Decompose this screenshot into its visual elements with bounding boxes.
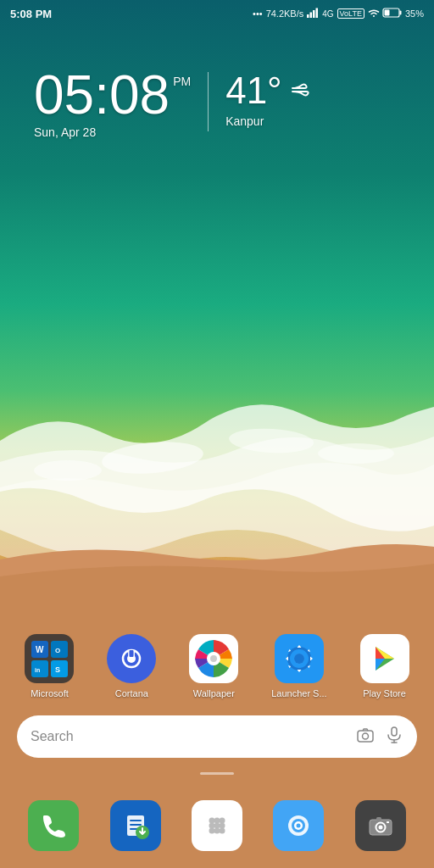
launcher-label: Launcher S... — [271, 688, 326, 698]
weather-temp: 41° — [225, 72, 316, 109]
dock-messages-icon[interactable] — [273, 800, 324, 851]
svg-text:S: S — [55, 665, 60, 674]
search-placeholder: Search — [31, 729, 348, 744]
temperature-value: 41° — [225, 72, 282, 109]
wind-icon — [289, 76, 316, 109]
microsoft-label: Microsoft — [31, 688, 69, 698]
linkedin-icon: in — [31, 660, 48, 677]
svg-text:W: W — [36, 645, 44, 654]
status-time: 5:08 PM — [10, 8, 52, 20]
volte-icon: VoLTE — [337, 8, 364, 19]
signal-icon — [307, 8, 319, 19]
svg-rect-35 — [392, 727, 397, 736]
app-item-wallpaper[interactable]: Wallpaper — [189, 634, 238, 698]
svg-rect-61 — [387, 821, 389, 823]
dock-camera-icon[interactable] — [355, 800, 406, 851]
launcher-settings-icon — [275, 634, 324, 683]
svg-rect-8 — [316, 8, 319, 19]
wallpaper-app-icon — [189, 634, 238, 683]
svg-point-48 — [219, 823, 225, 829]
svg-rect-5 — [307, 14, 309, 18]
clock-date: Sun, Apr 28 — [34, 125, 191, 139]
widget-divider — [208, 72, 209, 131]
svg-point-51 — [219, 828, 225, 834]
skype-icon: S — [51, 660, 68, 677]
svg-point-45 — [219, 818, 225, 824]
nav-indicator — [200, 772, 234, 775]
camera-search-icon[interactable] — [356, 726, 375, 748]
app-dock-row: W O in S Microsoft — [0, 634, 434, 698]
svg-point-27 — [294, 654, 304, 664]
svg-point-20 — [131, 658, 132, 659]
weather-city: Kanpur — [225, 114, 316, 128]
clock-widget: 05:08 PM Sun, Apr 28 41° Kanpur — [34, 68, 316, 139]
network-dots: ••• — [253, 8, 263, 19]
battery-icon — [383, 8, 402, 19]
network-speed: 74.2KB/s — [266, 8, 304, 19]
svg-point-49 — [209, 828, 214, 834]
svg-rect-10 — [399, 11, 401, 15]
play-store-icon — [360, 634, 409, 683]
search-bar[interactable]: Search — [17, 715, 417, 758]
svg-rect-7 — [313, 10, 315, 18]
clock-ampm: PM — [173, 75, 191, 88]
wifi-icon — [368, 8, 380, 19]
outlook-icon: O — [51, 641, 68, 658]
clock-section: 05:08 PM Sun, Apr 28 — [34, 68, 191, 139]
svg-point-47 — [214, 823, 220, 829]
clock-hour: 05:08 — [34, 68, 170, 122]
svg-point-3 — [34, 460, 102, 481]
svg-point-23 — [210, 655, 217, 662]
status-bar: 5:08 PM ••• 74.2KB/s 4G VoLTE 35% — [0, 0, 434, 27]
microsoft-folder-icon: W O in S — [25, 634, 74, 683]
battery-percent: 35% — [405, 8, 424, 19]
dock-apps-icon[interactable] — [192, 800, 242, 851]
app-item-playstore[interactable]: Play Store — [360, 634, 409, 698]
app-item-cortana[interactable]: Cortana — [107, 634, 156, 698]
network-type: 4G — [322, 9, 333, 19]
playstore-label: Play Store — [363, 688, 406, 698]
cortana-icon — [107, 634, 156, 683]
svg-point-46 — [209, 823, 214, 829]
bottom-dock — [0, 800, 434, 851]
voice-search-icon[interactable] — [385, 726, 403, 748]
svg-text:O: O — [55, 647, 60, 654]
svg-rect-6 — [310, 13, 313, 19]
status-right-icons: ••• 74.2KB/s 4G VoLTE 35% — [253, 8, 424, 19]
app-item-microsoft[interactable]: W O in S Microsoft — [25, 634, 74, 698]
dock-notes-icon[interactable] — [110, 800, 161, 851]
svg-point-59 — [378, 826, 382, 830]
clock-time: 05:08 PM — [34, 68, 191, 122]
svg-rect-33 — [358, 731, 373, 742]
dock-phone-icon[interactable] — [28, 800, 79, 851]
search-icon-group — [356, 726, 403, 748]
svg-point-4 — [318, 443, 394, 464]
wallpaper-label: Wallpaper — [193, 688, 235, 698]
svg-point-34 — [363, 733, 369, 739]
app-item-launcher[interactable]: Launcher S... — [271, 634, 326, 698]
svg-point-50 — [214, 828, 220, 834]
svg-rect-11 — [384, 10, 389, 16]
weather-section: 41° Kanpur — [225, 72, 316, 128]
svg-text:in: in — [35, 667, 40, 673]
svg-point-43 — [209, 818, 214, 824]
cortana-label: Cortana — [115, 688, 148, 698]
svg-point-55 — [297, 824, 301, 828]
svg-point-44 — [214, 818, 220, 824]
word-icon: W — [31, 641, 48, 658]
svg-rect-19 — [130, 650, 134, 657]
svg-rect-60 — [376, 817, 381, 821]
